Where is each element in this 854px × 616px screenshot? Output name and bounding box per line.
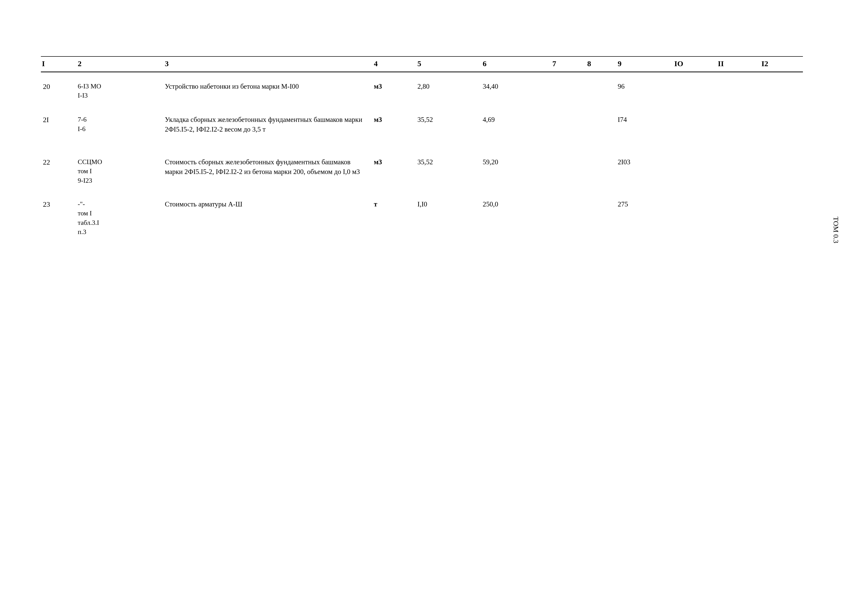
header-row: I 2 3 4 5 6 7 8 9 IO II I2 bbox=[41, 56, 803, 72]
row-col11-21 bbox=[716, 110, 759, 139]
row-col5-23: I,I0 bbox=[415, 194, 481, 242]
row-col5-22: 35,52 bbox=[415, 152, 481, 191]
row-unit-20: м3 bbox=[372, 77, 415, 105]
col-header-2: 2 bbox=[76, 56, 163, 72]
row-col12-22 bbox=[759, 152, 803, 191]
row-col5-20: 2,80 bbox=[415, 77, 481, 105]
col-header-8: 8 bbox=[585, 56, 616, 72]
col-header-7: 7 bbox=[550, 56, 585, 72]
row-desc-22: Стоимость сборных железобетонных фундаме… bbox=[163, 152, 372, 191]
row-col6-21: 4,69 bbox=[481, 110, 551, 139]
col-header-10: IO bbox=[673, 56, 716, 72]
col-header-12: I2 bbox=[759, 56, 803, 72]
table-row: 20 6-I3 МО I-I3 Устройство набетонки из … bbox=[41, 77, 803, 105]
table-row: 23 -"- том I табл.3.I п.3 Стоимость арма… bbox=[41, 194, 803, 242]
spacer-row bbox=[41, 191, 803, 194]
row-col6-23: 250,0 bbox=[481, 194, 551, 242]
spacer-row bbox=[41, 72, 803, 77]
row-desc-20: Устройство набетонки из бетона марки М-I… bbox=[163, 77, 372, 105]
page: I 2 3 4 5 6 7 8 9 IO II I2 bbox=[0, 0, 854, 616]
row-col7-23 bbox=[550, 194, 585, 242]
row-ref-23: -"- том I табл.3.I п.3 bbox=[76, 194, 163, 242]
row-col7-20 bbox=[550, 77, 585, 105]
row-col12-20 bbox=[759, 77, 803, 105]
row-ref-20: 6-I3 МО I-I3 bbox=[76, 77, 163, 105]
row-col9-20: 96 bbox=[616, 77, 673, 105]
row-col8-22 bbox=[585, 152, 616, 191]
row-col8-21 bbox=[585, 110, 616, 139]
row-unit-21: м3 bbox=[372, 110, 415, 139]
row-col8-20 bbox=[585, 77, 616, 105]
col-header-11: II bbox=[716, 56, 759, 72]
row-id-23: 23 bbox=[41, 194, 76, 242]
table-wrapper: I 2 3 4 5 6 7 8 9 IO II I2 bbox=[41, 56, 803, 242]
row-col10-22 bbox=[673, 152, 716, 191]
row-ref-22: ССЦМО том I 9-I23 bbox=[76, 152, 163, 191]
row-col12-23 bbox=[759, 194, 803, 242]
row-col7-21 bbox=[550, 110, 585, 139]
row-col10-23 bbox=[673, 194, 716, 242]
row-unit-22: м3 bbox=[372, 152, 415, 191]
row-col11-20 bbox=[716, 77, 759, 105]
row-col10-21 bbox=[673, 110, 716, 139]
row-desc-23: Стоимость арматуры А-Ш bbox=[163, 194, 372, 242]
col-header-1: I bbox=[41, 56, 76, 72]
row-unit-23: т bbox=[372, 194, 415, 242]
table-row: 2I 7-6 I-6 Укладка сборных железобетонны… bbox=[41, 110, 803, 139]
row-col9-22: 2I03 bbox=[616, 152, 673, 191]
spacer-row bbox=[41, 105, 803, 110]
row-id-22: 22 bbox=[41, 152, 76, 191]
col-header-4: 4 bbox=[372, 56, 415, 72]
col-header-9: 9 bbox=[616, 56, 673, 72]
spacer-row bbox=[41, 139, 803, 152]
side-mark-text: ТОМ 0.3 bbox=[832, 217, 840, 243]
row-ref-21: 7-6 I-6 bbox=[76, 110, 163, 139]
col-header-6: 6 bbox=[481, 56, 551, 72]
row-col7-22 bbox=[550, 152, 585, 191]
row-col9-21: I74 bbox=[616, 110, 673, 139]
row-col6-20: 34,40 bbox=[481, 77, 551, 105]
col-header-5: 5 bbox=[415, 56, 481, 72]
row-id-21: 2I bbox=[41, 110, 76, 139]
row-col8-23 bbox=[585, 194, 616, 242]
table-row: 22 ССЦМО том I 9-I23 Стоимость сборных ж… bbox=[41, 152, 803, 191]
row-col10-20 bbox=[673, 77, 716, 105]
col-header-3: 3 bbox=[163, 56, 372, 72]
main-table: I 2 3 4 5 6 7 8 9 IO II I2 bbox=[41, 56, 803, 242]
row-col5-21: 35,52 bbox=[415, 110, 481, 139]
row-col12-21 bbox=[759, 110, 803, 139]
side-mark: ТОМ 0.3 bbox=[832, 217, 840, 243]
row-col6-22: 59,20 bbox=[481, 152, 551, 191]
row-id-20: 20 bbox=[41, 77, 76, 105]
row-col9-23: 275 bbox=[616, 194, 673, 242]
row-col11-22 bbox=[716, 152, 759, 191]
row-col11-23 bbox=[716, 194, 759, 242]
row-desc-21: Укладка сборных железобетонных фундамент… bbox=[163, 110, 372, 139]
